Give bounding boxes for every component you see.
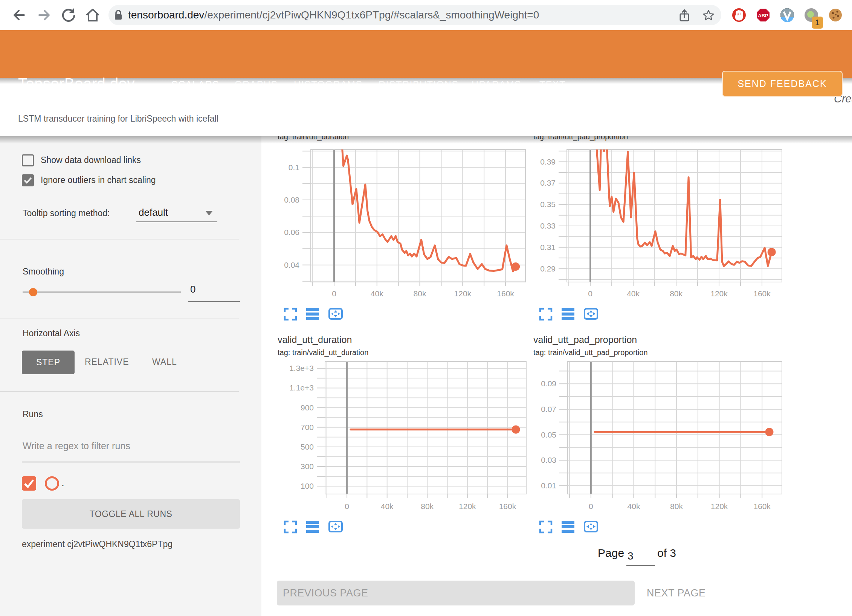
- svg-text:0.33: 0.33: [540, 221, 556, 230]
- forward-icon[interactable]: [35, 6, 53, 24]
- tab-scalars[interactable]: SCALARS: [171, 79, 219, 90]
- tooltip-sorting-dropdown[interactable]: default: [139, 207, 168, 218]
- svg-text:0.07: 0.07: [541, 405, 556, 413]
- svg-text:160k: 160k: [753, 289, 771, 298]
- expand-chart-icon[interactable]: [538, 519, 553, 534]
- extension-badge: 1: [812, 17, 823, 29]
- bookmark-star-icon[interactable]: [701, 8, 716, 23]
- fit-data-icon[interactable]: [583, 306, 599, 321]
- tab-histograms[interactable]: HISTOGRAMS: [294, 79, 363, 90]
- svg-text:0: 0: [332, 289, 336, 298]
- divider: [0, 319, 239, 319]
- ignore-outliers-label: Ignore outliers in chart scaling: [41, 175, 156, 185]
- horizontal-axis-label: Horizontal Axis: [23, 328, 80, 338]
- svg-text:80k: 80k: [414, 289, 426, 298]
- abp-extension-icon[interactable]: ABP: [756, 8, 770, 22]
- svg-text:80k: 80k: [670, 502, 683, 511]
- smoothing-label: Smoothing: [23, 267, 64, 277]
- run-table-icon[interactable]: [305, 519, 320, 534]
- tab-distributions[interactable]: DISTRIBUTIONS: [379, 79, 459, 90]
- svg-text:160k: 160k: [497, 289, 514, 298]
- run-table-icon[interactable]: [560, 519, 576, 534]
- svg-text:0.39: 0.39: [540, 157, 556, 166]
- runs-filter-input[interactable]: Write a regex to filter runs: [23, 441, 130, 451]
- svg-text:0.09: 0.09: [541, 379, 556, 388]
- run-table-icon[interactable]: [305, 306, 320, 321]
- svg-text:160k: 160k: [753, 502, 771, 511]
- page-number-input[interactable]: 3: [628, 550, 634, 562]
- page-label: Page: [598, 547, 624, 560]
- lock-icon: [111, 8, 125, 22]
- svg-text:40k: 40k: [371, 289, 383, 298]
- tab-text[interactable]: TEXT: [539, 79, 566, 90]
- svg-text:0.05: 0.05: [541, 430, 556, 439]
- run-checkbox[interactable]: [22, 476, 36, 491]
- run-table-icon[interactable]: [560, 306, 576, 321]
- smoothing-slider-thumb[interactable]: [29, 288, 37, 296]
- home-icon[interactable]: [84, 6, 102, 24]
- svg-text:1.3e+3: 1.3e+3: [289, 364, 314, 372]
- page-input-underline: [626, 565, 655, 566]
- reload-icon[interactable]: [60, 6, 78, 24]
- svg-text:0.1: 0.1: [289, 163, 299, 172]
- send-feedback-button[interactable]: SEND FEEDBACK: [722, 71, 843, 97]
- fit-data-icon[interactable]: [583, 519, 599, 534]
- chart-plot[interactable]: 1003005007009001.1e+31.3e+3040k80k120k16…: [289, 361, 526, 511]
- chart-plot[interactable]: 0.010.030.050.070.09040k80k120k160k: [541, 361, 782, 511]
- fit-data-icon[interactable]: [328, 306, 343, 321]
- svg-text:160k: 160k: [499, 502, 516, 511]
- svg-text:0.29: 0.29: [540, 264, 556, 273]
- expand-chart-icon[interactable]: [282, 306, 298, 321]
- check-icon: [22, 476, 36, 491]
- url-text: tensorboard.dev/experiment/cj2vtPiwQHKN9…: [128, 5, 539, 25]
- svg-text:0: 0: [345, 502, 349, 511]
- svg-text:0.06: 0.06: [284, 228, 299, 236]
- expand-chart-icon[interactable]: [282, 519, 298, 534]
- chart-plot[interactable]: 0.040.060.080.1040k80k120k160k: [284, 138, 525, 298]
- svg-text:0.37: 0.37: [540, 178, 556, 187]
- stop-hand-extension-icon[interactable]: [732, 8, 746, 22]
- tab-hparams[interactable]: HPARAMS: [472, 79, 521, 90]
- svg-text:0.08: 0.08: [284, 195, 299, 204]
- dropdown-arrow-icon[interactable]: [205, 211, 213, 215]
- svg-text:120k: 120k: [454, 289, 472, 298]
- axis-step-button[interactable]: STEP: [22, 351, 75, 374]
- axis-wall-button[interactable]: WALL: [152, 357, 177, 367]
- app-header: TensorBoard.dev SCALARSGRAPHSHISTOGRAMSD…: [0, 30, 852, 78]
- expand-chart-icon[interactable]: [538, 306, 553, 321]
- svg-text:80k: 80k: [421, 502, 434, 511]
- fit-data-icon[interactable]: [328, 519, 343, 534]
- cookie-extension-icon[interactable]: [828, 8, 843, 22]
- chart-plot[interactable]: 0.290.310.330.350.370.39040k80k120k160k: [540, 124, 782, 298]
- smoothing-value[interactable]: 0: [190, 284, 195, 295]
- show-download-links-checkbox[interactable]: [22, 154, 34, 166]
- dropdown-underline: [136, 221, 217, 222]
- tab-graphs[interactable]: GRAPHS: [235, 79, 278, 90]
- next-page-button[interactable]: NEXT PAGE: [647, 581, 706, 605]
- back-icon[interactable]: [10, 6, 28, 24]
- app-title[interactable]: TensorBoard.dev: [18, 75, 135, 92]
- toggle-all-runs-button[interactable]: TOGGLE ALL RUNS: [22, 499, 240, 529]
- active-tab-underline: [162, 105, 226, 108]
- share-icon[interactable]: [677, 8, 692, 23]
- svg-text:0.04: 0.04: [284, 261, 299, 269]
- run-color-circle[interactable]: [45, 476, 59, 491]
- svg-text:0.31: 0.31: [540, 243, 556, 252]
- axis-relative-button[interactable]: RELATIVE: [85, 357, 129, 367]
- check-icon: [23, 175, 33, 186]
- svg-text:ABP: ABP: [758, 13, 768, 18]
- previous-page-button[interactable]: PREVIOUS PAGE: [277, 581, 635, 605]
- svg-text:900: 900: [301, 403, 314, 412]
- svg-text:80k: 80k: [670, 289, 683, 298]
- smoothing-slider-track[interactable]: [23, 291, 181, 293]
- experiment-title: LSTM transducer training for LibriSpeech…: [18, 114, 218, 124]
- v-extension-icon[interactable]: [780, 8, 794, 22]
- browser-toolbar: tensorboard.dev/experiment/cj2vtPiwQHKN9…: [0, 0, 852, 30]
- svg-text:120k: 120k: [710, 289, 728, 298]
- smoothing-value-underline: [188, 301, 240, 302]
- svg-text:0.35: 0.35: [540, 200, 556, 209]
- tooltip-sorting-label: Tooltip sorting method:: [23, 208, 110, 218]
- svg-text:120k: 120k: [459, 502, 476, 511]
- runs-label: Runs: [23, 409, 43, 419]
- ignore-outliers-checkbox[interactable]: [22, 174, 34, 186]
